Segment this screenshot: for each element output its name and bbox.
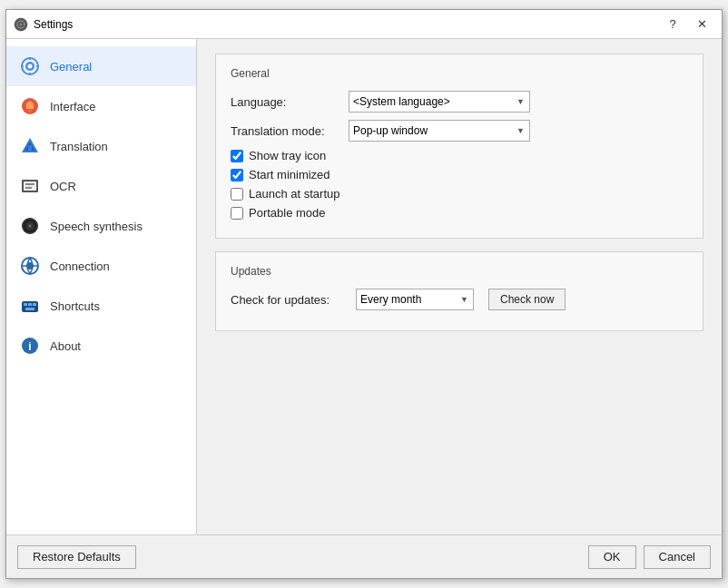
check-frequency-wrapper: Every month xyxy=(356,289,474,310)
launch-at-startup-checkbox[interactable] xyxy=(231,188,243,201)
svg-point-5 xyxy=(28,64,33,69)
interface-icon xyxy=(19,95,41,117)
about-icon: i xyxy=(19,335,41,357)
sidebar-item-about[interactable]: i About xyxy=(6,326,196,366)
updates-section: Updates Check for updates: Every month C… xyxy=(215,251,703,331)
ocr-icon xyxy=(19,175,41,197)
start-minimized-checkbox[interactable] xyxy=(231,169,243,181)
svg-text:i: i xyxy=(28,340,31,353)
connection-icon xyxy=(19,255,41,277)
footer-right-buttons: OK Cancel xyxy=(588,545,711,569)
cancel-button[interactable]: Cancel xyxy=(644,545,711,569)
sidebar-label-general: General xyxy=(50,60,92,74)
updates-row: Check for updates: Every month Check now xyxy=(231,289,688,310)
sidebar-item-ocr[interactable]: OCR xyxy=(6,166,196,206)
check-for-updates-label: Check for updates: xyxy=(231,293,349,307)
svg-point-11 xyxy=(28,109,32,113)
launch-at-startup-label[interactable]: Launch at startup xyxy=(249,187,339,201)
ok-button[interactable]: OK xyxy=(588,545,636,569)
title-bar-controls: ? ✕ xyxy=(660,15,714,34)
settings-window: Settings ? ✕ xyxy=(5,9,723,579)
language-select-wrapper: <System language> xyxy=(349,91,530,113)
svg-rect-29 xyxy=(28,303,32,306)
translation-mode-label: Translation mode: xyxy=(231,124,349,138)
help-button[interactable]: ? xyxy=(660,15,685,34)
restore-defaults-button[interactable]: Restore Defaults xyxy=(17,545,136,569)
gear-icon xyxy=(19,55,41,77)
language-select[interactable]: <System language> xyxy=(349,91,530,113)
language-label: Language: xyxy=(231,95,349,109)
sidebar-item-translation[interactable]: Translation xyxy=(6,126,196,166)
portable-mode-checkbox[interactable] xyxy=(231,207,243,220)
svg-rect-30 xyxy=(33,303,36,306)
check-frequency-select[interactable]: Every month xyxy=(356,289,474,310)
updates-section-title: Updates xyxy=(231,265,688,278)
shortcuts-icon xyxy=(19,295,41,317)
sidebar-label-connection: Connection xyxy=(50,260,110,273)
svg-rect-8 xyxy=(21,65,24,67)
svg-rect-31 xyxy=(25,308,34,310)
sidebar-item-speech-synthesis[interactable]: Speech synthesis xyxy=(6,206,196,246)
window-title: Settings xyxy=(34,18,660,31)
sidebar-item-shortcuts[interactable]: Shortcuts xyxy=(6,286,196,326)
sidebar-label-translation: Translation xyxy=(50,140,108,153)
svg-rect-14 xyxy=(28,145,32,151)
sidebar-label-interface: Interface xyxy=(50,100,96,113)
start-minimized-label[interactable]: Start minimized xyxy=(249,168,330,181)
svg-rect-16 xyxy=(24,181,36,191)
sidebar-label-about: About xyxy=(50,339,81,353)
window-icon xyxy=(14,17,28,32)
sidebar-item-general[interactable]: General xyxy=(6,46,196,86)
content-area: General Interface xyxy=(6,39,722,534)
title-bar: Settings ? ✕ xyxy=(6,10,722,39)
sidebar-label-speech-synthesis: Speech synthesis xyxy=(50,220,143,233)
show-tray-icon-row: Show tray icon xyxy=(231,149,688,162)
translation-mode-row: Translation mode: Pop-up window xyxy=(231,120,688,142)
svg-rect-7 xyxy=(29,73,31,75)
sidebar-label-ocr: OCR xyxy=(50,180,76,193)
speech-synthesis-icon xyxy=(19,215,41,237)
start-minimized-row: Start minimized xyxy=(231,168,688,181)
svg-rect-9 xyxy=(36,65,39,67)
sidebar-item-interface[interactable]: Interface xyxy=(6,86,196,126)
svg-rect-17 xyxy=(25,183,34,185)
translation-mode-select-wrapper: Pop-up window xyxy=(349,120,530,142)
sidebar-item-connection[interactable]: Connection xyxy=(6,246,196,286)
svg-point-23 xyxy=(29,225,31,227)
svg-rect-18 xyxy=(25,187,32,189)
svg-rect-27 xyxy=(22,301,38,312)
svg-rect-28 xyxy=(24,303,27,306)
portable-mode-label[interactable]: Portable mode xyxy=(249,206,326,220)
svg-point-2 xyxy=(20,23,23,25)
translation-mode-select[interactable]: Pop-up window xyxy=(349,120,530,142)
general-section-title: General xyxy=(231,67,688,80)
sidebar-label-shortcuts: Shortcuts xyxy=(50,299,100,313)
language-row: Language: <System language> xyxy=(231,91,688,113)
check-now-button[interactable]: Check now xyxy=(488,289,566,310)
launch-at-startup-row: Launch at startup xyxy=(231,187,688,201)
svg-rect-6 xyxy=(29,57,31,60)
footer: Restore Defaults OK Cancel xyxy=(6,534,722,578)
show-tray-icon-label[interactable]: Show tray icon xyxy=(249,149,326,162)
close-button[interactable]: ✕ xyxy=(689,15,714,34)
show-tray-icon-checkbox[interactable] xyxy=(231,150,243,162)
general-section: General Language: <System language> Tran… xyxy=(215,54,703,239)
translation-icon xyxy=(19,135,41,157)
portable-mode-row: Portable mode xyxy=(231,206,688,220)
main-panel: General Language: <System language> Tran… xyxy=(197,39,722,534)
sidebar: General Interface xyxy=(6,39,197,534)
